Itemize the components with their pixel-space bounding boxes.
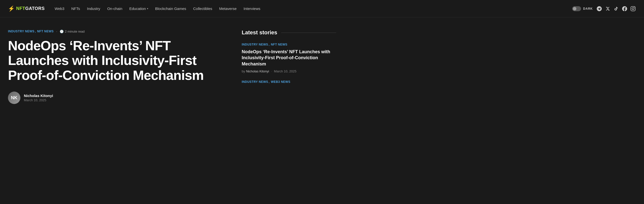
sidebar-story-2: INDUSTRY NEWS , WEB3 NEWS <box>242 80 336 84</box>
category-nft-news[interactable]: NFT NEWS <box>37 30 54 33</box>
article: INDUSTRY NEWS , NFT NEWS · 🕐 2 minute re… <box>8 29 232 104</box>
clock-icon: 🕐 <box>60 30 64 33</box>
nav-item-industry[interactable]: Industry <box>87 6 100 11</box>
toggle-switch[interactable] <box>572 6 581 11</box>
social-icons <box>596 6 636 12</box>
sidebar-category-industry-news[interactable]: INDUSTRY NEWS <box>242 43 268 46</box>
sidebar-category-industry-news-2[interactable]: INDUSTRY NEWS <box>242 80 268 84</box>
site-header: ⚡ NFTGATORS Web3 NFTs Industry On-chain … <box>0 0 644 18</box>
logo[interactable]: ⚡ NFTGATORS <box>8 6 45 12</box>
nav-item-nfts[interactable]: NFTs <box>71 6 80 11</box>
facebook-icon[interactable] <box>622 6 628 12</box>
sidebar-title-divider <box>281 32 336 33</box>
nav-item-collectibles[interactable]: Collectibles <box>193 6 212 11</box>
avatar: NK <box>8 92 20 104</box>
read-time: 🕐 2 minute read <box>60 30 85 33</box>
main-content: INDUSTRY NEWS , NFT NEWS · 🕐 2 minute re… <box>0 18 398 104</box>
header-right: DARK <box>572 6 636 12</box>
article-title: NodeOps ‘Re-Invents’ NFT Launches with I… <box>8 38 232 82</box>
instagram-icon[interactable] <box>630 6 636 12</box>
main-nav: Web3 NFTs Industry On-chain Education ▾ … <box>55 6 572 11</box>
toggle-knob <box>573 7 576 10</box>
logo-icon: ⚡ <box>8 6 15 12</box>
nav-item-onchain[interactable]: On-chain <box>107 6 122 11</box>
sidebar-title: Latest stories <box>242 29 336 36</box>
author-area: NK Nicholas Kitonyi March 10, 2025 <box>8 92 232 104</box>
nav-item-web3[interactable]: Web3 <box>55 6 64 11</box>
sidebar-story-1-categories: INDUSTRY NEWS , NFT NEWS <box>242 43 336 46</box>
logo-text: NFTGATORS <box>16 6 45 11</box>
dark-mode-toggle[interactable]: DARK <box>572 6 593 11</box>
sidebar-category-web3-news[interactable]: WEB3 NEWS <box>271 80 290 84</box>
sidebar: Latest stories INDUSTRY NEWS , NFT NEWS … <box>242 29 336 104</box>
sidebar-story-1: INDUSTRY NEWS , NFT NEWS NodeOps ‘Re-Inv… <box>242 43 336 73</box>
telegram-icon[interactable] <box>596 6 602 12</box>
article-meta: INDUSTRY NEWS , NFT NEWS · 🕐 2 minute re… <box>8 29 232 33</box>
article-categories: INDUSTRY NEWS , NFT NEWS <box>8 30 54 33</box>
nav-item-blockchain-games[interactable]: Blockchain Games <box>155 6 186 11</box>
sidebar-category-nft-news[interactable]: NFT NEWS <box>271 43 288 46</box>
author-name: Nicholas Kitonyi <box>24 94 53 98</box>
category-industry-news[interactable]: INDUSTRY NEWS <box>8 30 34 33</box>
nav-item-interviews[interactable]: Interviews <box>244 6 260 11</box>
author-date: March 10, 2025 <box>24 98 53 102</box>
x-twitter-icon[interactable] <box>605 6 611 12</box>
sidebar-story-2-categories: INDUSTRY NEWS , WEB3 NEWS <box>242 80 336 84</box>
avatar-image: NK <box>8 92 20 104</box>
sidebar-story-1-title[interactable]: NodeOps ‘Re-Invents’ NFT Launches with I… <box>242 49 336 67</box>
author-info: Nicholas Kitonyi March 10, 2025 <box>24 94 53 102</box>
tiktok-icon[interactable] <box>613 6 619 12</box>
education-chevron-icon: ▾ <box>147 7 148 10</box>
nav-item-metaverse[interactable]: Metaverse <box>219 6 236 11</box>
sidebar-story-1-author: by Nicholas Kitonyi · March 10, 2025 <box>242 70 336 73</box>
nav-item-education[interactable]: Education ▾ <box>129 6 148 11</box>
dark-mode-label: DARK <box>583 7 593 10</box>
